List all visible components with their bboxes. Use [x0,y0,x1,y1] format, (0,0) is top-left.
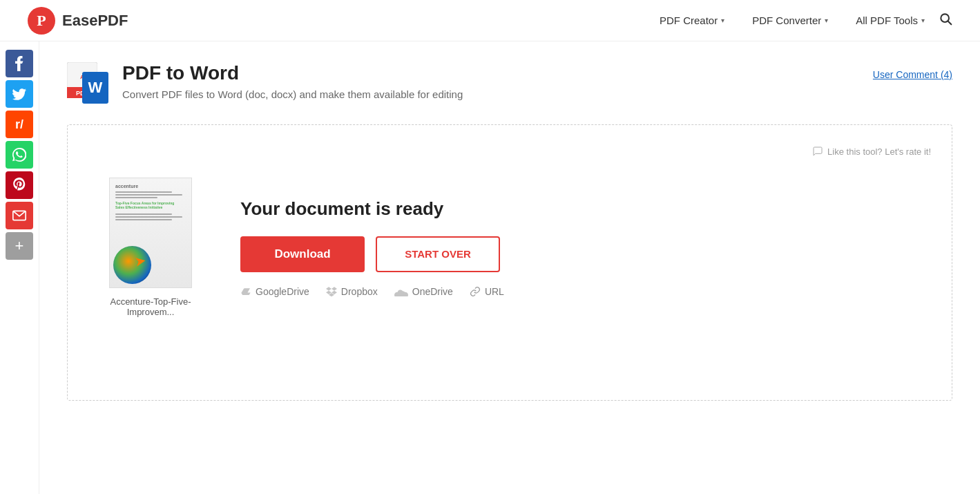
logo[interactable]: P EasePDF [28,7,128,35]
share-reddit-button[interactable]: r/ [6,111,33,138]
chevron-down-icon: ▾ [721,17,724,24]
page-header: PDF A W PDF to Word Convert PDF files to… [67,62,952,104]
file-preview: accenture Top-Five Focus Areas for Impro… [102,178,199,317]
download-button[interactable]: Download [240,236,365,272]
dropbox-option[interactable]: Dropbox [326,286,378,297]
main-content: PDF A W PDF to Word Convert PDF files to… [39,41,980,494]
ready-text: Your document is ready [240,198,917,220]
social-sidebar: r/ + [0,41,39,494]
search-button[interactable] [939,12,952,29]
cloud-options: GoogleDrive Dropbox OneDrive URL [240,286,917,297]
word-icon: W [82,72,108,104]
svg-text:P: P [37,12,46,29]
comment-icon [812,146,823,157]
action-buttons: Download START OVER [240,236,917,272]
page-title: PDF to Word [122,62,873,84]
chevron-down-icon: ▾ [921,17,925,24]
result-area: accenture Top-Five Focus Areas for Impro… [88,178,931,317]
file-name: Accenture-Top-Five-Improvem... [102,296,199,317]
share-twitter-button[interactable] [6,80,33,108]
googledrive-label: GoogleDrive [256,286,309,297]
main-nav: PDF Creator ▾ PDF Converter ▾ All PDF To… [660,15,925,26]
share-facebook-button[interactable] [6,50,33,77]
page-title-area: PDF to Word Convert PDF files to Word (d… [122,62,873,100]
page-subtitle: Convert PDF files to Word (doc, docx) an… [122,88,873,100]
preview-thumbnail: accenture Top-Five Focus Areas for Impro… [109,178,192,288]
onedrive-label: OneDrive [412,286,453,297]
nav-all-pdf-tools[interactable]: All PDF Tools ▾ [856,15,925,26]
dropbox-icon [326,286,337,297]
nav-pdf-converter[interactable]: PDF Converter ▾ [752,15,828,26]
file-type-icons: PDF A W [67,62,108,104]
onedrive-option[interactable]: OneDrive [394,286,453,297]
feedback-text: Like this tool? Let's rate it! [827,146,931,157]
share-more-button[interactable]: + [6,232,33,260]
googledrive-icon [240,286,251,297]
content-box: Like this tool? Let's rate it! accenture… [67,124,952,401]
svg-line-3 [948,21,952,25]
share-whatsapp-button[interactable] [6,141,33,169]
logo-icon: P [28,7,55,35]
nav-pdf-creator[interactable]: PDF Creator ▾ [660,15,724,26]
feedback-link[interactable]: Like this tool? Let's rate it! [88,146,931,157]
share-email-button[interactable] [6,202,33,229]
chevron-down-icon: ▾ [825,17,828,24]
header: P EasePDF PDF Creator ▾ PDF Converter ▾ … [0,0,980,41]
onedrive-icon [394,287,408,296]
start-over-button[interactable]: START OVER [376,236,500,272]
arrow-icon: ➤ [133,254,147,269]
dropbox-label: Dropbox [341,286,378,297]
url-icon [470,286,481,297]
result-right: Your document is ready Download START OV… [240,198,917,297]
url-option[interactable]: URL [470,286,504,297]
share-pinterest-button[interactable] [6,171,33,199]
user-comment-link[interactable]: User Comment (4) [873,69,952,80]
url-label: URL [485,286,504,297]
googledrive-option[interactable]: GoogleDrive [240,286,309,297]
logo-text: EasePDF [62,12,128,30]
svg-text:W: W [88,79,103,96]
